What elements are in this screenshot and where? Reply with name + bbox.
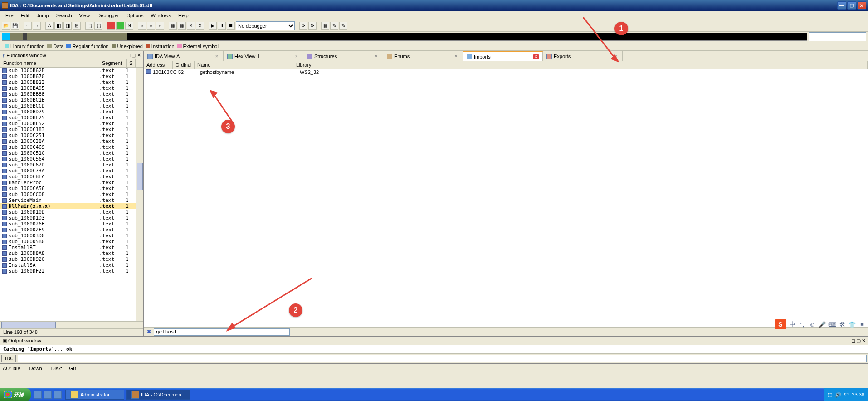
idc-input[interactable]: [18, 355, 867, 362]
function-row[interactable]: sub_1000C62D.text1: [0, 162, 143, 168]
clear-filter-icon[interactable]: ✖: [146, 329, 152, 335]
taskbar-app-ida[interactable]: IDA - C:\Documen...: [126, 390, 190, 400]
function-row[interactable]: DllMain(x,x,x).text1: [0, 203, 143, 209]
tab-close-icon[interactable]: ✕: [214, 54, 219, 59]
pane-dock-button[interactable]: ◻: [127, 52, 131, 58]
function-row[interactable]: sub_1000D10D.text1: [0, 209, 143, 215]
pause-button[interactable]: ⏸: [218, 22, 226, 30]
function-row[interactable]: sub_1000D920.text1: [0, 256, 143, 262]
menu-view[interactable]: View: [76, 12, 94, 19]
close-button[interactable]: ✕: [857, 1, 866, 10]
tool-btn[interactable]: [107, 22, 115, 30]
debugger-select[interactable]: No debugger: [236, 21, 295, 30]
tool-btn[interactable]: ⬚: [85, 22, 93, 30]
tool-btn[interactable]: ✕: [196, 22, 204, 30]
start-button[interactable]: 开始: [0, 388, 31, 401]
tool-btn[interactable]: [116, 22, 124, 30]
pane-dock-button[interactable]: ◻: [851, 338, 855, 344]
ime-toolbar[interactable]: S 中 °, ☺ 🎤 ⌨ 🛠 👕 ≡: [775, 319, 866, 329]
open-button[interactable]: 📂: [2, 22, 10, 30]
function-row[interactable]: sub_1000D2F9.text1: [0, 227, 143, 233]
function-row[interactable]: sub_1000C564.text1: [0, 156, 143, 162]
menu-edit[interactable]: Edit: [17, 12, 33, 19]
pane-max-button[interactable]: ▢: [132, 52, 136, 58]
imports-header[interactable]: Address Ordinal Name Library: [144, 61, 868, 69]
function-row[interactable]: HandlerProc.text1: [0, 180, 143, 186]
function-row[interactable]: sub_1000BF52.text1: [0, 121, 143, 127]
function-row[interactable]: InstallSA.text1: [0, 262, 143, 268]
ime-skin-icon[interactable]: 👕: [848, 320, 856, 328]
quicklaunch-ie-icon[interactable]: [34, 391, 42, 399]
tool-btn[interactable]: ⬚: [94, 22, 102, 30]
menu-help[interactable]: Help: [175, 12, 192, 19]
save-button[interactable]: 💾: [11, 22, 19, 30]
function-row[interactable]: sub_1000C469.text1: [0, 144, 143, 150]
horizontal-scrollbar[interactable]: [0, 321, 143, 328]
ime-tool-icon[interactable]: 🛠: [838, 320, 846, 328]
tool-btn[interactable]: ⌕: [138, 22, 146, 30]
maximize-button[interactable]: ❐: [847, 1, 856, 10]
function-row[interactable]: sub_1000B670.text1: [0, 73, 143, 79]
tool-btn[interactable]: A: [45, 22, 54, 30]
sogou-icon[interactable]: S: [775, 319, 786, 329]
function-row[interactable]: sub_1000CA56.text1: [0, 186, 143, 191]
tool-btn[interactable]: ⊞: [73, 22, 81, 30]
scroll-thumb[interactable]: [137, 163, 143, 190]
tool-btn[interactable]: ⟳: [308, 22, 317, 30]
navigation-band[interactable]: [2, 33, 807, 41]
tool-btn[interactable]: ✎: [339, 22, 347, 30]
stop-button[interactable]: ⏹: [227, 22, 235, 30]
function-row[interactable]: sub_1000D3D0.text1: [0, 233, 143, 239]
tab-close-icon[interactable]: ✕: [374, 54, 379, 59]
minimize-button[interactable]: —: [837, 1, 846, 10]
tab-imports[interactable]: Imports✕: [463, 51, 543, 61]
tab-structures[interactable]: Structures✕: [303, 51, 383, 61]
function-row[interactable]: sub_1000D8A8.text1: [0, 250, 143, 256]
menu-debugger[interactable]: Debugger: [93, 12, 122, 19]
ime-face-icon[interactable]: ☺: [808, 320, 816, 328]
menu-options[interactable]: Options: [123, 12, 147, 19]
function-row[interactable]: sub_1000BCCD.text1: [0, 103, 143, 109]
tray-icon[interactable]: ⬚: [828, 392, 832, 398]
function-row[interactable]: InstallRT.text1: [0, 245, 143, 250]
function-row[interactable]: sub_1000D26B.text1: [0, 221, 143, 227]
function-row[interactable]: sub_1000C3BA.text1: [0, 138, 143, 144]
menu-jump[interactable]: Jump: [33, 12, 53, 19]
function-row[interactable]: sub_1000C251.text1: [0, 132, 143, 138]
tool-btn[interactable]: ◨: [63, 22, 72, 30]
tab-enums[interactable]: Enums✕: [383, 51, 463, 61]
tool-btn[interactable]: ⌕: [156, 22, 164, 30]
function-row[interactable]: sub_1000BB88.text1: [0, 91, 143, 97]
tab-ida-view[interactable]: IDA View-A✕: [144, 51, 224, 61]
function-row[interactable]: sub_1000BC1B.text1: [0, 97, 143, 103]
tab-hex-view[interactable]: Hex View-1✕: [224, 51, 303, 61]
tool-btn[interactable]: ✎: [330, 22, 338, 30]
ime-mic-icon[interactable]: 🎤: [818, 320, 826, 328]
toolbar-search[interactable]: [809, 32, 866, 41]
function-row[interactable]: sub_1000D1D3.text1: [0, 215, 143, 221]
import-row[interactable]: 100163CC 52 gethostbyname WS2_32: [144, 69, 868, 76]
function-row[interactable]: sub_1000C8EA.text1: [0, 174, 143, 180]
ime-lang[interactable]: 中: [788, 320, 796, 328]
quicklaunch-icon[interactable]: [54, 391, 62, 399]
function-row[interactable]: ServiceMain.text1: [0, 197, 143, 203]
function-row[interactable]: sub_1000C51C.text1: [0, 150, 143, 156]
quicklaunch-desktop-icon[interactable]: [44, 391, 52, 399]
back-button[interactable]: ←: [24, 22, 32, 30]
function-row[interactable]: sub_1000C183.text1: [0, 127, 143, 132]
fwd-button[interactable]: →: [33, 22, 41, 30]
tool-btn[interactable]: ⟳: [299, 22, 307, 30]
scroll-thumb[interactable]: [1, 322, 56, 328]
tool-btn[interactable]: ▦: [321, 22, 329, 30]
pane-close-button[interactable]: ✕: [862, 338, 866, 344]
tray-icon[interactable]: 🛡: [844, 392, 849, 397]
pane-max-button[interactable]: ▢: [856, 338, 861, 344]
ime-menu-icon[interactable]: ≡: [858, 320, 866, 328]
function-row[interactable]: sub_1000B62B.text1: [0, 68, 143, 73]
menu-file[interactable]: File: [2, 12, 17, 19]
tool-btn[interactable]: ▦: [169, 22, 177, 30]
tray-icon[interactable]: 🔊: [835, 392, 841, 398]
tab-close-icon[interactable]: ✕: [533, 54, 539, 59]
tool-btn[interactable]: ⌕: [147, 22, 155, 30]
vertical-scrollbar[interactable]: [136, 68, 143, 321]
